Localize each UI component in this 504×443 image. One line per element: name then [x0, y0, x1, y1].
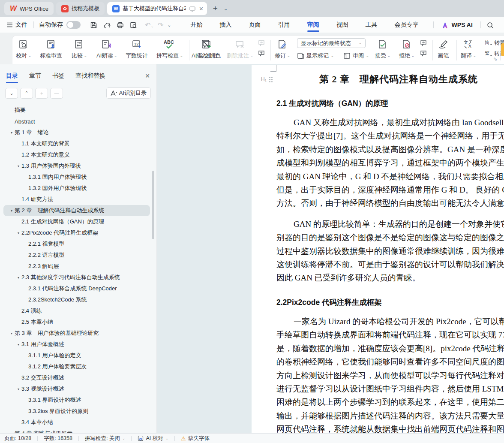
toc-item[interactable]: 2.2.1 视觉模型: [3, 238, 150, 250]
markup-state-select[interactable]: 显示标记的最终状态 ⌄: [297, 38, 366, 48]
reject-button[interactable]: 拒绝⌄: [399, 38, 414, 60]
menu-tab[interactable]: 审阅: [299, 17, 328, 33]
tab-chapters[interactable]: 章节: [29, 72, 41, 80]
ai-read-button[interactable]: AI朗读⌄: [96, 38, 117, 60]
search-button[interactable]: [481, 21, 500, 28]
toc-item[interactable]: ▾ 2.3 其他深度学习代码注释自动生成系统: [3, 272, 150, 283]
redo-icon[interactable]: ↷: [158, 21, 163, 29]
proofread-button[interactable]: 校对⌄: [16, 38, 31, 60]
export-icon[interactable]: [103, 21, 111, 29]
menu-tab[interactable]: 页面: [240, 17, 270, 33]
tab-document-active[interactable]: W 基于大模型的代码注释自动生 ✕: [107, 2, 207, 15]
next-change-icon[interactable]: [420, 50, 427, 57]
review-pane-button[interactable]: 审阅 ⌄: [343, 52, 369, 60]
print-preview-icon[interactable]: [130, 21, 137, 29]
print-icon[interactable]: [117, 21, 124, 29]
toc-expand-arrow-icon[interactable]: ▾: [15, 231, 21, 235]
toc-expand-arrow-icon[interactable]: ▾: [9, 331, 15, 335]
toc-expand-arrow-icon[interactable]: ▾: [9, 209, 15, 213]
menu-tab[interactable]: 引用: [270, 17, 299, 33]
autosave-toggle[interactable]: [66, 21, 81, 29]
document-body[interactable]: 第 2 章 理解代码注释自动生成系统 2.1 生成对抗网络（GAN）的原理GAN…: [276, 69, 504, 433]
menu-tab[interactable]: 视图: [328, 17, 357, 33]
close-sidebar-icon[interactable]: ✕: [145, 72, 150, 79]
expand-ribbon-icon[interactable]: ⇘: [493, 56, 497, 62]
sidebar-scrollbar[interactable]: [152, 171, 154, 239]
word-count-indicator[interactable]: 字数: 16358: [44, 435, 72, 442]
toc-expand-arrow-icon[interactable]: ▾: [9, 131, 15, 135]
toc-item[interactable]: 3.1.1 用户体验的定义: [3, 350, 150, 361]
ai-recognize-toc-button[interactable]: AI识别目录: [106, 87, 151, 99]
toc-item[interactable]: ▾ 第 1 章 绪论: [3, 127, 150, 138]
delete-comment-button[interactable]: 删除批注⌄: [227, 38, 253, 60]
spell-check-button[interactable]: ABC 拼写检查⌄: [156, 38, 183, 60]
toc-item[interactable]: 3.2 交互设计概述: [3, 372, 150, 383]
close-tab-icon[interactable]: ✕: [199, 6, 204, 12]
member-feature-sliver[interactable]: [501, 43, 504, 56]
toc-item[interactable]: 1.1 本文研究的背景: [3, 138, 150, 149]
toc-collapse-up-button[interactable]: ⌃: [20, 88, 33, 99]
toc-zoom-in-button[interactable]: ＋: [35, 88, 48, 99]
toc-item[interactable]: 2.3.2Sketch2Code 系统: [3, 294, 150, 305]
toc-item[interactable]: 3.4 本章小结: [3, 417, 150, 428]
page-indicator[interactable]: 页面: 10/28: [4, 435, 31, 442]
undo-icon[interactable]: ↶⌄: [145, 21, 154, 29]
toc-item[interactable]: ▾ 第 2 章 理解代码注释自动生成系统: [3, 205, 150, 216]
file-menu[interactable]: 文件: [0, 21, 33, 29]
show-markup-button[interactable]: 显示标记 ⌄: [297, 52, 334, 60]
document-page[interactable]: H₁ 第 2 章 理解代码注释自动生成系统 2.1 生成对抗网络（GAN）的原理…: [252, 65, 504, 433]
drag-handle-icon[interactable]: [269, 77, 273, 82]
toc-item[interactable]: ▾ 3.1 用户体验概述: [3, 339, 150, 350]
tab-wps-home[interactable]: W WPS Office: [4, 2, 54, 15]
toc-item[interactable]: 2.1 生成对抗网络（GAN）的原理: [3, 216, 150, 227]
toc-item[interactable]: 2.3.1 代码注释合成系统 DeepCoder: [3, 283, 150, 294]
tab-find-replace[interactable]: 查找和替换: [75, 72, 105, 80]
toc-item[interactable]: 摘要: [3, 105, 150, 116]
toc-item[interactable]: 3.3.1 界面设计的概述: [3, 395, 150, 406]
toc-item[interactable]: ▾ 第 4 章 实践与成果展示: [3, 428, 150, 433]
toc-item[interactable]: Abstract: [3, 116, 150, 127]
previous-comment-icon[interactable]: [258, 40, 265, 46]
toc-item[interactable]: 1.4 研究方法: [3, 194, 150, 205]
spellcheck-status[interactable]: 拼写检查: 关闭 ⌄: [85, 435, 126, 442]
toc-item[interactable]: 1.3.1 国内用户体验现状: [3, 172, 150, 183]
menu-tab[interactable]: 插入: [211, 17, 240, 33]
toc-expand-arrow-icon[interactable]: ▾: [15, 276, 21, 280]
toc-item[interactable]: 2.2.2 语言模型: [3, 250, 150, 261]
more-actions-chevron-icon[interactable]: ⌄: [167, 22, 171, 28]
toc-item[interactable]: ▾ 第 3 章 用户体验的基础理论研究: [3, 328, 150, 339]
track-changes-button[interactable]: 修订⌄: [275, 38, 290, 60]
menu-tab[interactable]: 会员专享: [386, 17, 427, 33]
toc-item[interactable]: ▾ 3.3 视觉设计概述: [3, 383, 150, 395]
ai-proofread-status[interactable]: AI 校对 ⌄: [138, 435, 168, 442]
standard-review-button[interactable]: 标准审查: [40, 38, 62, 60]
menu-tab[interactable]: 开始: [182, 17, 211, 33]
toc-expand-arrow-icon[interactable]: ▾: [15, 343, 21, 347]
tab-bookmarks[interactable]: 书签: [52, 72, 64, 80]
toc-item[interactable]: 2.2.3 解码层: [3, 261, 150, 272]
screen-share-icon[interactable]: [189, 6, 195, 12]
tab-list-chevron-icon[interactable]: ⌄: [224, 6, 228, 12]
toc-item[interactable]: 2.4 演练: [3, 305, 150, 316]
wps-ai-button[interactable]: WPS AI: [434, 21, 480, 28]
toc-expand-arrow-icon[interactable]: ▾: [15, 164, 21, 168]
word-count-button[interactable]: 12 字数统计: [126, 38, 148, 60]
menu-tab[interactable]: 工具: [357, 17, 386, 33]
accept-button[interactable]: 接受⌄: [375, 38, 390, 60]
save-icon[interactable]: [90, 21, 97, 29]
toc-item[interactable]: 1.2 本文研究的意义: [3, 149, 150, 160]
toc-item[interactable]: 3.1.2 用户体验要素层次: [3, 361, 150, 372]
translate-button[interactable]: 文A 翻译⌄: [461, 38, 476, 60]
insert-comment-button[interactable]: 插入批注: [196, 38, 218, 60]
toc-expand-down-button[interactable]: ⌄: [5, 88, 18, 99]
toc-expand-arrow-icon[interactable]: ▾: [15, 387, 21, 391]
missing-font-warning[interactable]: ⚠ 缺失字体: [181, 435, 210, 442]
next-comment-icon[interactable]: [258, 50, 265, 57]
toc-item[interactable]: 2.5 本章小结: [3, 316, 150, 328]
brush-button[interactable]: 画笔: [438, 38, 449, 60]
toc-item[interactable]: 1.3.2 国外用户体验现状: [3, 183, 150, 194]
previous-change-icon[interactable]: [420, 40, 427, 46]
toc-item[interactable]: 3.3.2ios 界面设计的原则: [3, 406, 150, 417]
compare-button[interactable]: 比较⌄: [72, 38, 87, 60]
toc-zoom-out-button[interactable]: —: [50, 88, 63, 99]
